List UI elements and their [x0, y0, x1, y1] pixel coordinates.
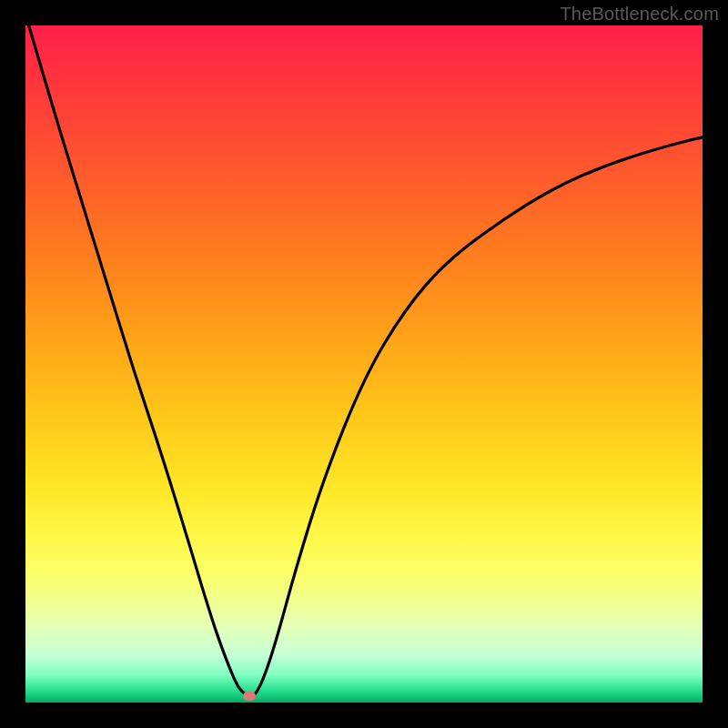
curve-path — [29, 25, 703, 697]
chart-frame: TheBottleneck.com — [0, 0, 728, 728]
optimum-marker — [243, 692, 256, 701]
plot-area — [25, 25, 703, 703]
watermark-text: TheBottleneck.com — [560, 4, 719, 25]
bottleneck-curve — [25, 25, 703, 703]
